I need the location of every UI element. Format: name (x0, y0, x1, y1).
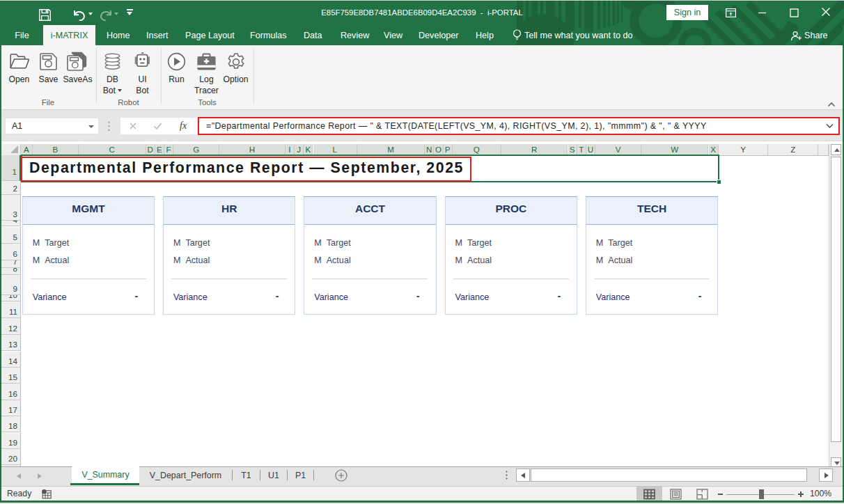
svg-text:fx: fx (180, 120, 187, 131)
